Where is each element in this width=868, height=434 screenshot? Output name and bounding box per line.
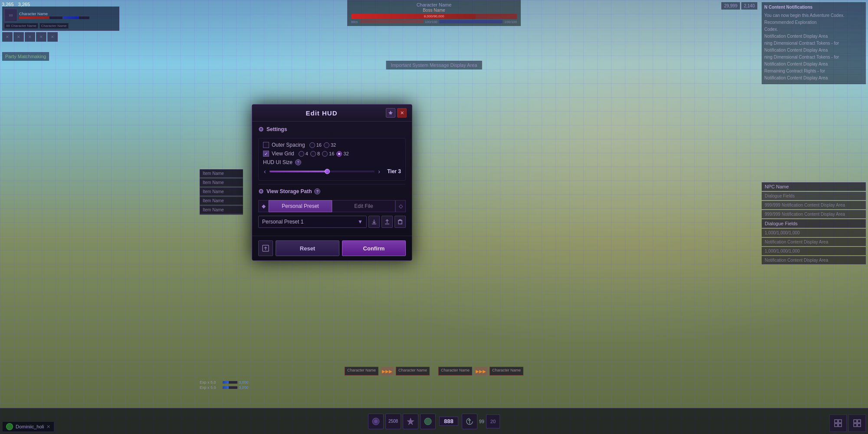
skill-hotkeys: 2508 xyxy=(368,414,436,429)
notif-right-1: 999/999 Notification Content Display Are… xyxy=(762,201,866,209)
portrait-arrows-2: ▶▶▶ xyxy=(474,367,487,375)
hotkey-skill-2[interactable] xyxy=(420,414,436,429)
hud-size-row: HUD UI Size ? xyxy=(263,159,401,165)
tab-personal-preset[interactable]: Personal Preset xyxy=(269,200,332,212)
skill-btn-5[interactable]: ✕ xyxy=(47,32,58,42)
notif-item-8: Remaining Contract Rights - for xyxy=(764,68,863,75)
party-char-2: Character Name xyxy=(39,23,69,29)
dialogue-fields-2: Dialogue Fields xyxy=(762,219,866,228)
slider-fill xyxy=(270,171,327,172)
grid-value-16: 16 xyxy=(329,151,334,156)
view-grid-radios: 4 8 16 32 xyxy=(299,151,349,157)
hotkey-count: 2508 xyxy=(385,414,401,429)
inv-item-5: Item Name xyxy=(200,206,243,214)
action-tile-1[interactable] xyxy=(829,414,847,432)
skill-btn-3[interactable]: ✕ xyxy=(25,32,35,42)
hotkey-skill-1[interactable] xyxy=(403,414,418,429)
preset-tab-arrow-right[interactable]: ◇ xyxy=(395,200,406,212)
skill-btn-2[interactable]: ✕ xyxy=(13,32,24,42)
skill-btn-1[interactable]: ✕ xyxy=(2,32,13,42)
preset-delete-btn[interactable] xyxy=(395,216,406,228)
resource-display: 29,999 2,140 xyxy=(721,2,757,10)
preset-dropdown-row: Personal Preset 1 ▼ xyxy=(258,216,406,228)
username-panel: Dominiic_holi ✕ xyxy=(2,421,54,432)
preset-tab-arrow-left[interactable]: ◆ xyxy=(258,200,269,212)
storage-label: View Storage Path xyxy=(266,188,312,194)
inv-item-1: Item Name xyxy=(200,169,243,178)
stat-text-3: 100/100 xyxy=(504,20,517,24)
xp-bar-row-1: Exp x 5.0 3,000 xyxy=(200,380,252,385)
view-grid-row: View Grid 4 8 16 xyxy=(263,151,401,157)
grid-option-16[interactable]: 16 xyxy=(322,151,334,157)
dialogue-fields-1: Dialogue Fields xyxy=(762,192,866,200)
slider-arrow-left[interactable]: ‹ xyxy=(263,168,267,175)
portrait-2: Character Name xyxy=(396,367,430,375)
game-background: 3,265 3,265 88 Character Name xyxy=(0,0,868,434)
portrait-group-1: Character Name ▶▶▶ Character Name xyxy=(345,367,430,375)
outer-spacing-option-32[interactable]: 32 xyxy=(324,142,336,148)
storage-help-badge[interactable]: ? xyxy=(314,188,320,194)
export-button[interactable] xyxy=(258,240,273,256)
settings-section-header: ⚙ Settings xyxy=(258,126,406,135)
modal-title-bar: Edit HUD ✕ xyxy=(252,105,412,122)
svg-marker-2 xyxy=(407,418,414,425)
preset-upload-btn[interactable] xyxy=(381,216,393,228)
notif-item-1: Recommended Exploration xyxy=(764,19,863,26)
stat-text-2: 100/100 xyxy=(425,20,437,24)
preset-download-btn[interactable] xyxy=(368,216,380,228)
view-grid-label: View Grid xyxy=(272,151,294,157)
party-matchmaking-label: Party Matchmaking xyxy=(5,54,46,59)
xp-bar-row-2: Exp x 5.0 3,000 xyxy=(200,385,252,390)
close-session-icon[interactable]: ✕ xyxy=(46,424,50,430)
preset-dropdown[interactable]: Personal Preset 1 ▼ xyxy=(258,216,367,228)
xp-bar-1 xyxy=(223,381,237,384)
view-grid-checkbox[interactable] xyxy=(263,151,269,157)
modal-close-button[interactable]: ✕ xyxy=(397,108,407,118)
resource-count: 99 xyxy=(479,419,484,424)
online-indicator xyxy=(6,423,13,430)
grid-value-8: 8 xyxy=(317,151,320,156)
coordinates-display: 3,265 3,265 xyxy=(2,2,30,7)
inv-item-3: Item Name xyxy=(200,187,243,196)
notif-item-9: Notification Content Display Area xyxy=(764,75,863,82)
grid-option-4[interactable]: 4 xyxy=(299,151,308,157)
reset-button[interactable]: Reset xyxy=(276,240,339,256)
character-name-top: Character Name xyxy=(351,2,517,7)
svg-rect-6 xyxy=(835,424,838,427)
party-char-1: 88 Character Name xyxy=(4,23,38,29)
svg-rect-4 xyxy=(835,420,838,423)
char-panel: 88 Character Name 88 Character Name xyxy=(2,7,119,31)
tab-edit-file[interactable]: Edit File xyxy=(332,200,395,212)
coord-x: 3,265 xyxy=(2,2,14,7)
confirm-label: Confirm xyxy=(363,245,385,252)
slider-thumb[interactable] xyxy=(325,169,330,174)
grid-option-32[interactable]: 32 xyxy=(336,151,349,157)
hud-size-help-badge[interactable]: ? xyxy=(295,159,301,165)
stat-bar-2 xyxy=(439,20,503,23)
hud-size-slider[interactable] xyxy=(270,171,375,172)
notif-item-0: You can now begin this Adventure Codex. xyxy=(764,12,863,19)
svg-rect-11 xyxy=(858,424,861,427)
grid-option-8[interactable]: 8 xyxy=(310,151,320,157)
radio-circle-4 xyxy=(299,151,304,157)
confirm-button[interactable]: Confirm xyxy=(342,240,406,256)
slider-arrow-right[interactable]: › xyxy=(377,168,381,175)
resource-value-2: 2,140 xyxy=(741,2,757,10)
mp-bar-fill xyxy=(63,16,79,19)
skill-btn-4[interactable]: ✕ xyxy=(36,32,46,42)
portrait-group-2: Character Name ▶▶▶ Character Name xyxy=(438,367,523,375)
outer-spacing-option-16[interactable]: 16 xyxy=(309,142,322,148)
bottom-hud-bar: 2508 888 99 20 xyxy=(0,408,868,434)
top-center-hud: Character Name Boss Name 8,000/90,000 88… xyxy=(347,0,521,26)
svg-rect-7 xyxy=(838,424,842,427)
boss-hp-bar: 8,000/90,000 xyxy=(351,14,517,19)
help-icon: ? xyxy=(297,160,299,164)
modal-pin-button[interactable] xyxy=(386,108,395,118)
preset-selected-name: Personal Preset 1 xyxy=(262,219,303,225)
action-tile-2[interactable] xyxy=(848,414,866,432)
hotkey-special-1[interactable] xyxy=(368,414,384,429)
resource-item-1[interactable] xyxy=(462,414,477,429)
notif-item-6: ning Dimensional Contract Tokens - for xyxy=(764,54,863,61)
char-portraits-area: Character Name ▶▶▶ Character Name Charac… xyxy=(182,367,686,375)
outer-spacing-checkbox[interactable] xyxy=(263,142,269,148)
